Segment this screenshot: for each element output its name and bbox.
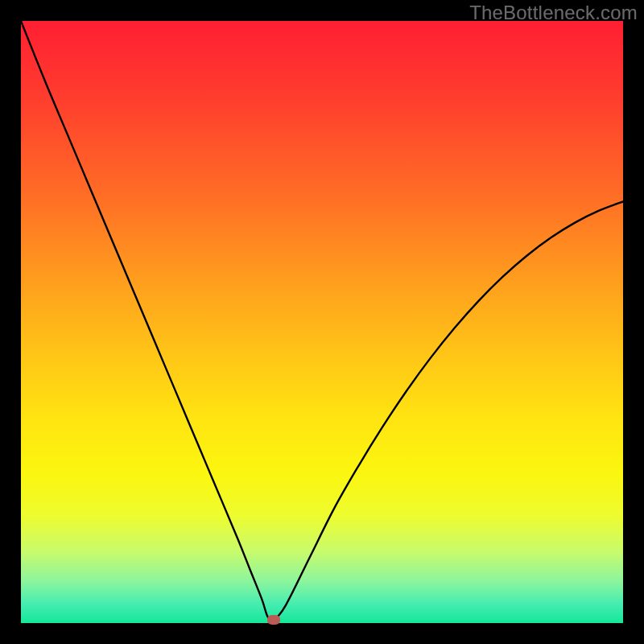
chart-stage: TheBottleneck.com xyxy=(0,0,644,644)
optimal-point-marker xyxy=(267,615,280,625)
bottleneck-curve xyxy=(21,21,623,623)
plot-area xyxy=(21,21,623,623)
watermark-text: TheBottleneck.com xyxy=(469,2,638,24)
